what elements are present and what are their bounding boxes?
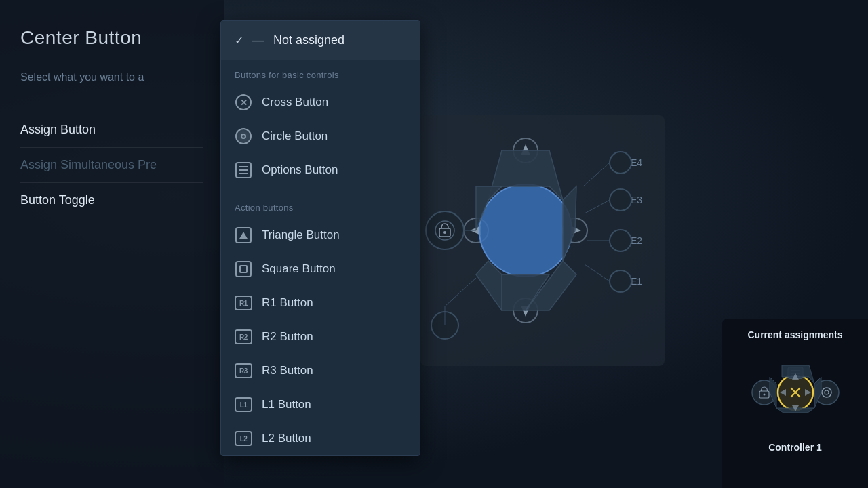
- dash-icon: —: [252, 33, 264, 47]
- checkmark-icon: ✓: [235, 34, 243, 47]
- select-hint: Select what you want to a: [20, 69, 203, 85]
- triangle-button-label: Triangle Button: [262, 228, 340, 242]
- section-action-buttons-label: Action buttons: [221, 193, 420, 218]
- assign-simultaneous-menu-item[interactable]: Assign Simultaneous Pre: [20, 148, 203, 183]
- options-button-label: Options Button: [262, 163, 338, 177]
- selected-label: Not assigned: [273, 33, 344, 47]
- cross-button-item[interactable]: ✕ Cross Button: [221, 85, 420, 119]
- dropdown-panel: ✓ — Not assigned Buttons for basic contr…: [220, 20, 420, 456]
- svg-point-41: [763, 394, 765, 396]
- left-panel: Center Button Select what you want to a …: [0, 0, 224, 488]
- square-button-icon: [235, 260, 252, 278]
- r2-button-icon: R2: [235, 328, 252, 346]
- svg-point-11: [426, 211, 464, 249]
- cross-button-label: Cross Button: [262, 96, 328, 109]
- circle-button-item[interactable]: Circle Button: [221, 119, 420, 153]
- assign-button-menu-item[interactable]: Assign Button: [20, 113, 203, 148]
- l1-button-icon: L1: [235, 396, 252, 413]
- cross-button-icon: ✕: [235, 94, 252, 111]
- svg-text:E3: E3: [631, 195, 642, 205]
- assignments-panel: Current assignments: [722, 319, 868, 488]
- r2-button-label: R2 Button: [262, 330, 313, 344]
- svg-text:E4: E4: [631, 157, 642, 168]
- r3-button-icon: R3: [235, 362, 252, 380]
- r3-button-label: R3 Button: [262, 364, 313, 378]
- svg-text:E2: E2: [631, 235, 642, 246]
- svg-text:E1: E1: [631, 276, 642, 287]
- l1-button-item[interactable]: L1 L1 Button: [221, 388, 420, 422]
- l2-button-label: L2 Button: [262, 432, 311, 445]
- page-title: Center Button: [20, 27, 203, 49]
- r2-button-item[interactable]: R2 R2 Button: [221, 320, 420, 354]
- triangle-button-icon: [235, 226, 252, 244]
- dropdown-selected-item[interactable]: ✓ — Not assigned: [221, 21, 420, 60]
- assignments-controller-svg: [734, 348, 856, 436]
- svg-point-19: [610, 189, 631, 211]
- svg-point-17: [610, 152, 631, 174]
- l1-button-label: L1 Button: [262, 398, 311, 411]
- l2-button-item[interactable]: L2 L2 Button: [221, 422, 420, 455]
- square-button-item[interactable]: Square Button: [221, 252, 420, 286]
- r1-button-item[interactable]: R1 R1 Button: [221, 286, 420, 320]
- options-button-item[interactable]: Options Button: [221, 153, 420, 187]
- controller-diagram-container: E4 E3 E2 E1: [420, 115, 665, 366]
- button-toggle-menu-item[interactable]: Button Toggle: [20, 183, 203, 218]
- svg-point-14: [443, 231, 446, 234]
- options-button-icon: [235, 161, 252, 179]
- controller-diagram-svg: E4 E3 E2 E1: [420, 115, 665, 366]
- r1-button-label: R1 Button: [262, 296, 313, 310]
- svg-point-23: [610, 270, 631, 292]
- svg-point-21: [610, 230, 631, 251]
- assignments-title: Current assignments: [733, 329, 857, 340]
- square-button-label: Square Button: [262, 262, 336, 276]
- controller-label: Controller 1: [733, 442, 857, 453]
- r3-button-item[interactable]: R3 R3 Button: [221, 354, 420, 388]
- triangle-button-item[interactable]: Triangle Button: [221, 218, 420, 252]
- section-basic-controls-label: Buttons for basic controls: [221, 60, 420, 85]
- r1-button-icon: R1: [235, 294, 252, 312]
- l2-button-icon: L2: [235, 430, 252, 447]
- dropdown-divider: [221, 190, 420, 190]
- circle-button-icon: [235, 127, 252, 145]
- circle-button-label: Circle Button: [262, 129, 328, 143]
